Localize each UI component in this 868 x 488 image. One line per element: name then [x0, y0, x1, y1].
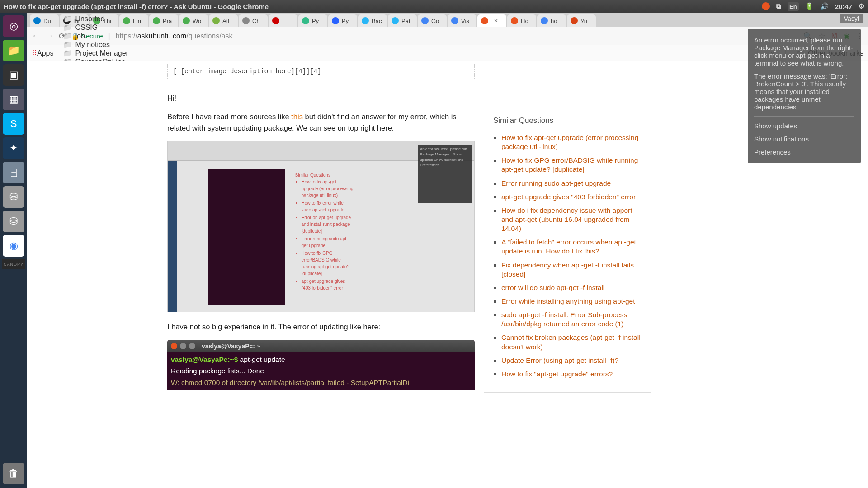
clock[interactable]: 20:47 — [835, 3, 852, 10]
app-icon[interactable]: ▦ — [3, 89, 24, 110]
similar-question-item: Error while installing anything using ap… — [501, 297, 642, 306]
favicon — [212, 17, 220, 24]
similar-question-item: Update Error (using apt-get install -f)? — [501, 356, 642, 365]
favicon — [33, 17, 41, 24]
similar-heading: Similar Questions — [493, 116, 642, 125]
favicon — [242, 17, 250, 24]
browser-tab[interactable]: Du — [30, 14, 59, 27]
similar-question-link[interactable]: Fix dependency when apt-get -f install f… — [501, 261, 634, 278]
show-updates-item[interactable]: Show updates — [754, 119, 854, 132]
drive-icon-2[interactable]: ⛁ — [3, 211, 24, 232]
browser-tab[interactable]: Уп — [567, 14, 596, 27]
mount-icon[interactable]: ⌸ — [3, 162, 24, 183]
similar-question-item: Error running sudo apt-get upgrade — [501, 179, 642, 188]
similar-question-link[interactable]: sudo apt-get -f install: Error Sub-proce… — [501, 311, 627, 328]
dash-icon[interactable]: ◎ — [3, 15, 24, 37]
bookmark-folder[interactable]: Project Menager — [63, 49, 128, 57]
term-output: vaslya@VasyaPc:~$ apt-get update Reading… — [167, 352, 475, 390]
bookmarks-bar: Apps UnsortedCSSIGjobMy noticesProject M… — [27, 45, 868, 61]
bookmark-folder[interactable]: job — [63, 32, 128, 40]
browser-tab[interactable]: ✕ — [477, 14, 506, 27]
favicon — [272, 17, 279, 24]
favicon — [511, 17, 518, 24]
forward-button[interactable]: → — [45, 31, 53, 41]
browser-tab[interactable]: Ch — [239, 14, 268, 27]
browser-tab[interactable]: Py — [328, 14, 357, 27]
apps-shortcut[interactable]: Apps — [32, 49, 53, 57]
term-min-icon — [180, 343, 186, 349]
browser-tab[interactable]: Py — [298, 14, 327, 27]
files-icon[interactable]: 📁 — [3, 40, 24, 61]
similar-question-link[interactable]: Cannot fix broken packages (apt-get -f i… — [501, 333, 641, 350]
browser-tab[interactable] — [269, 14, 297, 27]
preferences-item[interactable]: Preferences — [754, 145, 854, 159]
body-text: Hi! — [167, 93, 475, 104]
favicon — [451, 17, 458, 24]
browser-tab[interactable]: ho — [537, 14, 566, 27]
browser-tab[interactable]: Vis — [448, 14, 476, 27]
similar-question-link[interactable]: How to fix "apt-get upgrade" errors? — [501, 370, 613, 378]
inline-link[interactable]: this — [291, 113, 303, 121]
term-max-icon — [189, 343, 195, 349]
tab-label: Py — [312, 18, 319, 24]
tab-close-icon[interactable]: ✕ — [494, 18, 498, 24]
similar-question-link[interactable]: apt-get upgrade gives "403 forbidden" er… — [501, 193, 636, 201]
browser-tab[interactable]: Ho — [507, 14, 536, 27]
popup-text: An error occurred, please run Package Ma… — [754, 33, 854, 70]
chrome-icon[interactable]: ◉ — [3, 235, 24, 257]
volume-icon[interactable]: 🔊 — [820, 2, 829, 10]
tab-label: Ch — [252, 18, 260, 24]
similar-question-item: sudo apt-get -f install: Error Sub-proce… — [501, 310, 642, 328]
user-badge: Vasyl — [840, 14, 863, 23]
trash-icon[interactable]: 🗑 — [3, 463, 24, 484]
similar-question-link[interactable]: error will do sudo apt-get -f install — [501, 284, 604, 291]
bookmark-folder[interactable]: My notices — [63, 40, 128, 49]
browser-tab[interactable]: Atl — [209, 14, 238, 27]
terminal-icon[interactable]: ▣ — [3, 64, 24, 86]
keyboard-lang[interactable]: En — [788, 2, 799, 11]
tab-label: Du — [43, 18, 51, 24]
bookmark-folder[interactable]: Unsorted — [63, 14, 128, 23]
bookmark-folder[interactable]: CSSIG — [63, 23, 128, 32]
browser-tab[interactable]: Pat — [388, 14, 417, 27]
browser-tab[interactable]: Go — [418, 14, 447, 27]
inkscape-icon[interactable]: ✦ — [3, 137, 24, 159]
tab-label: Vis — [461, 18, 469, 24]
show-notifications-item[interactable]: Show notifications — [754, 132, 854, 145]
battery-icon[interactable]: 🔋 — [805, 2, 814, 10]
browser-tab[interactable]: Wo — [179, 14, 208, 27]
similar-question-item: How to fix apt-get upgrade (error proces… — [501, 133, 642, 151]
similar-question-item: error will do sudo apt-get -f install — [501, 283, 642, 292]
wifi-icon[interactable]: ⧉ — [776, 2, 781, 10]
favicon — [481, 17, 488, 24]
tab-label: Pat — [401, 18, 410, 24]
browser-tab[interactable]: Pra — [149, 14, 178, 27]
address-bar: ← → ⟳ 🔒 Secure | https://askubuntu.com/q… — [27, 27, 868, 45]
close-window-icon[interactable] — [762, 2, 770, 10]
drive-icon[interactable]: ⛁ — [3, 186, 24, 208]
tab-label: Atl — [222, 18, 229, 24]
tab-label: ho — [551, 18, 557, 24]
similar-question-link[interactable]: Error while installing anything using ap… — [501, 297, 635, 305]
similar-question-link[interactable]: How to fix GPG error/BADSIG while runnin… — [501, 156, 638, 173]
favicon — [153, 17, 160, 24]
titlebar: How to fix apt-get upgrade (apt-get inst… — [0, 0, 868, 13]
browser-tab[interactable]: Bac — [358, 14, 387, 27]
favicon — [362, 17, 369, 24]
similar-question-link[interactable]: How do i fix dependency issue with appor… — [501, 206, 632, 232]
back-button[interactable]: ← — [32, 31, 40, 41]
canopy-badge: CANOPY — [2, 259, 25, 269]
similar-question-item: Cannot fix broken packages (apt-get -f i… — [501, 333, 642, 351]
similar-question-item: How do i fix dependency issue with appor… — [501, 206, 642, 233]
gear-icon[interactable]: ⚙ — [859, 2, 864, 10]
editor-textarea[interactable]: [![enter image description here][4]][4] — [167, 64, 475, 79]
popup-text-2: The error message was: 'Error: BrokenCou… — [754, 70, 854, 113]
skype-icon[interactable]: S — [3, 113, 24, 135]
similar-question-link[interactable]: Error running sudo apt-get upgrade — [501, 179, 611, 187]
similar-question-link[interactable]: Update Error (using apt-get install -f)? — [501, 357, 618, 364]
term-close-icon — [171, 343, 177, 349]
similar-question-link[interactable]: How to fix apt-get upgrade (error proces… — [501, 134, 638, 150]
favicon — [392, 17, 399, 24]
similar-question-link[interactable]: A "failed to fetch" error occurs when ap… — [501, 238, 636, 255]
tab-label: Pra — [163, 18, 172, 24]
